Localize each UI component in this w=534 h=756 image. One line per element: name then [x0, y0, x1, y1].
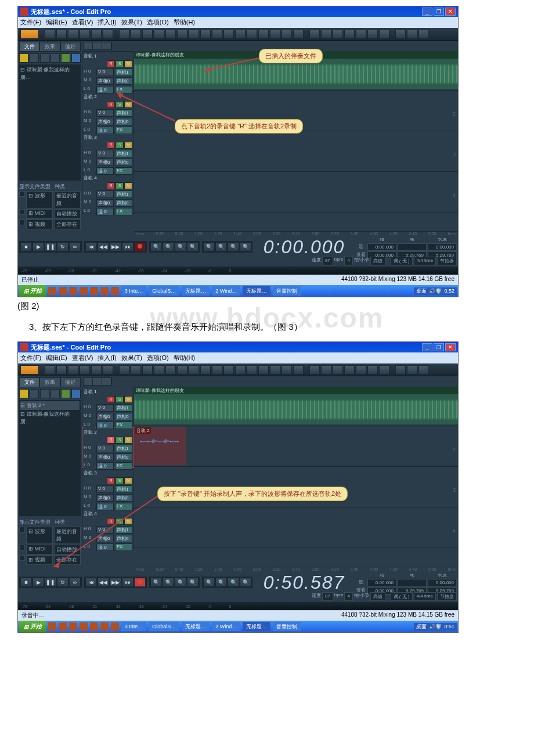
- close-button[interactable]: ✕: [445, 343, 456, 351]
- track2-lane[interactable]: 音轨 2 ⊷⊶⊣⊢⊸⊣⊢⊷⊶ 2: [134, 426, 458, 467]
- type-midi-chk[interactable]: [19, 209, 25, 215]
- tb-btn[interactable]: [333, 365, 343, 375]
- autoplay[interactable]: 自动播放: [54, 209, 81, 219]
- tb-btn[interactable]: [119, 30, 129, 39]
- zoom-v-fit[interactable]: 🔍: [228, 242, 239, 251]
- time-sig-select[interactable]: 4/4 time: [414, 592, 436, 601]
- tb-btn[interactable]: [80, 365, 90, 375]
- tb-btn[interactable]: [356, 365, 366, 375]
- tb-btn[interactable]: [91, 365, 102, 375]
- minimize-button[interactable]: _: [422, 343, 432, 351]
- type-wave-chk[interactable]: [19, 527, 25, 532]
- zoom-sel-button[interactable]: 🔍: [187, 578, 199, 587]
- tb-btn[interactable]: [142, 365, 153, 375]
- ql-icon[interactable]: [80, 287, 88, 295]
- tb-btn[interactable]: [395, 365, 406, 375]
- recent[interactable]: 最近的音频: [54, 191, 81, 208]
- track3-rec-arm[interactable]: R: [107, 477, 115, 484]
- track4-solo[interactable]: S: [116, 182, 124, 189]
- tb-btn[interactable]: [56, 30, 67, 39]
- ql-icon[interactable]: [69, 622, 77, 631]
- side-tab-fx[interactable]: 效果: [39, 377, 60, 387]
- track2-mute[interactable]: M: [124, 101, 132, 108]
- tb-btn[interactable]: [223, 30, 234, 39]
- file-list[interactable]: ⊟ 谭咏麟-像我这样的朋…: [19, 64, 81, 181]
- zoom-in-button[interactable]: 🔍: [150, 578, 162, 587]
- zoom-fit-button[interactable]: 🔍: [175, 242, 186, 251]
- zoom-v-out[interactable]: 🔍: [215, 578, 227, 587]
- menu-option[interactable]: 选项(O): [147, 18, 169, 27]
- side-tab-fav[interactable]: 偏好: [60, 42, 81, 52]
- taskbar-item[interactable]: 3 Inte…: [121, 286, 147, 296]
- key-select[interactable]: 调 ( 无 ): [391, 257, 413, 265]
- all-exist[interactable]: 全部存在: [54, 219, 81, 229]
- tb-btn[interactable]: [344, 365, 355, 375]
- recording-region[interactable]: 音轨 2 ⊷⊶⊣⊢⊸⊣⊢⊷⊶: [134, 427, 186, 465]
- ql-icon[interactable]: [111, 622, 119, 631]
- zoom-v-fit[interactable]: 🔍: [228, 578, 239, 587]
- beats-per-bar[interactable]: 4: [344, 257, 352, 265]
- track1-mute[interactable]: M: [124, 60, 132, 67]
- track2-solo[interactable]: S: [116, 101, 124, 108]
- tb-btn[interactable]: [131, 365, 141, 375]
- type-wave-chk[interactable]: [19, 191, 25, 197]
- track3-solo[interactable]: S: [116, 477, 124, 484]
- taskbar-item[interactable]: 2 Wind…: [212, 286, 240, 296]
- record-button[interactable]: [134, 242, 146, 251]
- tb-btn[interactable]: [282, 365, 292, 375]
- tb-btn[interactable]: [91, 30, 102, 39]
- file-item-recording[interactable]: ⊟ 音轨 2 *: [20, 401, 80, 410]
- zoom-sel-button[interactable]: 🔍: [187, 242, 199, 251]
- tb-mode-toggle[interactable]: [20, 30, 39, 39]
- tb-btn[interactable]: [356, 30, 366, 39]
- side-open-icon[interactable]: [19, 53, 28, 63]
- tb-btn[interactable]: [321, 30, 331, 39]
- track4-mute[interactable]: M: [124, 518, 132, 525]
- track4-lane[interactable]: 4: [134, 172, 458, 213]
- track3-mute[interactable]: M: [124, 142, 132, 149]
- tray-desktop[interactable]: 桌面: [416, 287, 427, 295]
- track3-lane[interactable]: 3: [134, 131, 458, 172]
- track1-lane[interactable]: 谭咏麟-像我这样的朋友 1: [134, 386, 458, 426]
- side-icon[interactable]: [40, 389, 49, 398]
- tray-icons[interactable]: 🔊🛡️: [429, 288, 442, 294]
- forward-button[interactable]: ▶▶: [110, 578, 121, 587]
- tb-btn[interactable]: [68, 365, 78, 375]
- forward-button[interactable]: ▶▶: [110, 242, 121, 251]
- ql-icon[interactable]: [90, 287, 98, 295]
- view-switch[interactable]: [83, 42, 112, 50]
- sel-end[interactable]: [398, 243, 427, 251]
- close-button[interactable]: ✕: [445, 8, 456, 16]
- tb-btn[interactable]: [407, 365, 417, 375]
- pause-button[interactable]: ❚❚: [45, 578, 56, 587]
- metronome[interactable]: 节拍器: [437, 592, 457, 601]
- type-video[interactable]: ⊞ 视频: [26, 555, 53, 565]
- taskbar-item[interactable]: 无标题…: [182, 286, 210, 296]
- ql-icon[interactable]: [59, 622, 67, 631]
- menu-file[interactable]: 文件(F): [20, 354, 41, 362]
- track2-solo[interactable]: S: [116, 437, 124, 444]
- type-midi-chk[interactable]: [19, 545, 25, 550]
- tb-btn[interactable]: [189, 30, 199, 39]
- zoom-v-in[interactable]: 🔍: [203, 242, 215, 251]
- track1-rec-arm[interactable]: R: [107, 396, 115, 403]
- menu-effect[interactable]: 效果(T): [121, 18, 142, 27]
- track1-rec-arm[interactable]: R: [107, 60, 115, 67]
- tb-btn[interactable]: [379, 30, 389, 39]
- track3-solo[interactable]: S: [116, 142, 124, 149]
- tb-btn[interactable]: [103, 365, 113, 375]
- tb-btn[interactable]: [131, 30, 141, 39]
- taskbar-item[interactable]: GlobalS…: [149, 286, 179, 296]
- level-meter[interactable]: -78-69-60-51-42-33-24-15-60: [18, 267, 458, 275]
- ql-icon[interactable]: [90, 622, 98, 631]
- maximize-button[interactable]: ❐: [434, 8, 444, 16]
- type-midi[interactable]: ⊞ MIDI: [26, 545, 53, 555]
- maximize-button[interactable]: ❐: [434, 343, 444, 351]
- ql-icon[interactable]: [80, 622, 88, 631]
- tb-btn[interactable]: [45, 30, 55, 39]
- tb-btn[interactable]: [103, 30, 113, 39]
- tb-btn[interactable]: [418, 30, 429, 39]
- tb-btn[interactable]: [142, 30, 153, 39]
- tb-btn[interactable]: [154, 365, 164, 375]
- tb-btn[interactable]: [270, 365, 280, 375]
